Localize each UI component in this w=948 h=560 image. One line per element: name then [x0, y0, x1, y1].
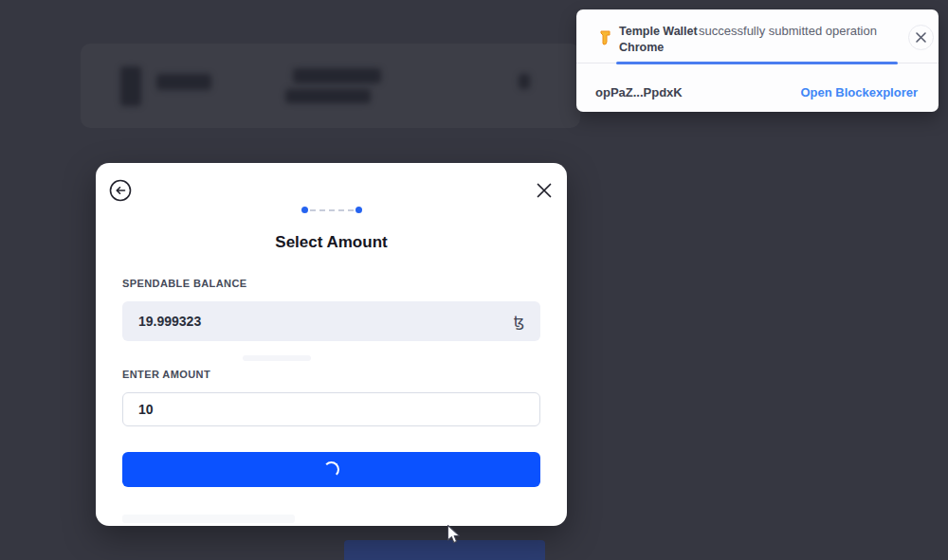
dimmed-brand-text	[156, 74, 211, 90]
toast-header: Temple Wallet Chrome successfully submit…	[576, 9, 939, 63]
toast-app-name-line1: Temple Wallet	[619, 24, 698, 40]
back-button[interactable]	[108, 178, 133, 203]
dimmed-header-text-line1	[293, 68, 381, 83]
amount-input[interactable]	[122, 392, 540, 426]
operation-hash: opPaZ...PpdxK	[595, 85, 683, 99]
step-dot-end	[356, 207, 362, 213]
ghost-artifact	[122, 515, 295, 523]
close-icon[interactable]	[908, 25, 934, 50]
tezos-currency-icon: ꜩ	[514, 313, 524, 331]
toast-app-name-line2: Chrome	[619, 40, 698, 56]
close-icon[interactable]	[533, 180, 556, 203]
enter-amount-label: ENTER AMOUNT	[122, 369, 210, 380]
open-blockexplorer-link[interactable]: Open Blockexplorer	[800, 85, 918, 99]
submit-button-loading[interactable]	[122, 452, 540, 487]
temple-wallet-icon	[599, 30, 611, 50]
progress-stepper	[96, 207, 567, 213]
dimmed-menu-icon	[519, 74, 530, 89]
toast-message: successfully submitted operation	[698, 23, 878, 40]
dimmed-action-button	[344, 540, 545, 560]
dimmed-logo	[120, 66, 141, 106]
dimmed-header-text-line2	[285, 89, 371, 103]
spendable-balance-value: 19.999323	[138, 314, 201, 329]
loading-spinner-icon	[323, 461, 339, 478]
step-dashes	[310, 209, 354, 211]
page-title: Select Amount	[96, 233, 567, 252]
mouse-cursor	[447, 524, 463, 550]
spendable-balance-label: SPENDABLE BALANCE	[122, 278, 246, 289]
toast-body: opPaZ...PpdxK Open Blockexplorer	[576, 63, 939, 112]
toast-app-name: Temple Wallet Chrome	[619, 24, 698, 56]
spendable-balance-box: 19.999323 ꜩ	[122, 301, 540, 341]
step-dot-start	[301, 207, 308, 213]
select-amount-modal: Select Amount SPENDABLE BALANCE 19.99932…	[96, 163, 567, 526]
ghost-artifact	[243, 355, 311, 361]
notification-toast: Temple Wallet Chrome successfully submit…	[576, 9, 939, 112]
dimmed-background-card	[81, 44, 580, 128]
